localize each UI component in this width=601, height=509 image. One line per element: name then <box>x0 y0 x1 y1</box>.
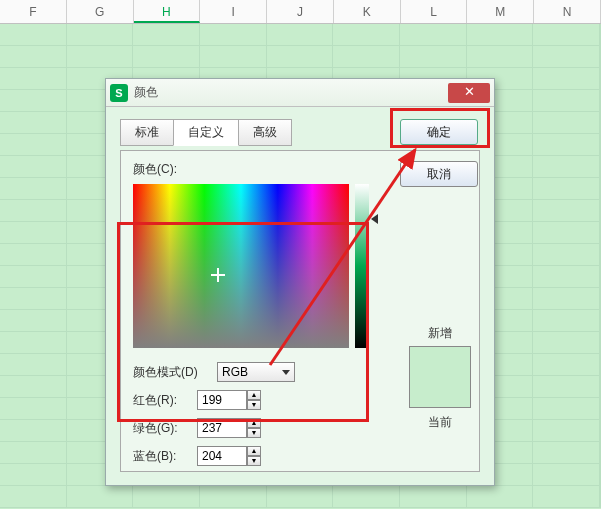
column-header-F[interactable]: F <box>0 0 67 23</box>
cell[interactable] <box>200 486 267 507</box>
tab-custom[interactable]: 自定义 <box>173 119 239 146</box>
cell[interactable] <box>0 442 67 463</box>
cell[interactable] <box>267 46 334 67</box>
cell[interactable] <box>0 288 67 309</box>
cell[interactable] <box>0 266 67 287</box>
cell[interactable] <box>533 398 600 419</box>
cell[interactable] <box>533 134 600 155</box>
red-input[interactable] <box>197 390 247 410</box>
cell[interactable] <box>267 486 334 507</box>
spin-up-icon[interactable]: ▲ <box>247 446 261 456</box>
cell[interactable] <box>400 24 467 45</box>
cell[interactable] <box>333 24 400 45</box>
cell[interactable] <box>533 310 600 331</box>
column-header-J[interactable]: J <box>267 0 334 23</box>
cell[interactable] <box>333 486 400 507</box>
cell[interactable] <box>0 46 67 67</box>
cell[interactable] <box>400 46 467 67</box>
blue-input[interactable] <box>197 446 247 466</box>
cell[interactable] <box>0 156 67 177</box>
cell[interactable] <box>533 46 600 67</box>
cell[interactable] <box>533 354 600 375</box>
picker-crosshair <box>211 268 225 282</box>
cell[interactable] <box>533 24 600 45</box>
cell[interactable] <box>0 376 67 397</box>
cell[interactable] <box>467 46 534 67</box>
cell[interactable] <box>533 222 600 243</box>
cell[interactable] <box>0 90 67 111</box>
cell[interactable] <box>533 156 600 177</box>
column-header-K[interactable]: K <box>334 0 401 23</box>
cell[interactable] <box>133 486 200 507</box>
cell[interactable] <box>67 486 134 507</box>
cell[interactable] <box>533 376 600 397</box>
spin-up-icon[interactable]: ▲ <box>247 418 261 428</box>
cell[interactable] <box>0 310 67 331</box>
red-spinner[interactable]: ▲▼ <box>197 390 261 410</box>
column-header-N[interactable]: N <box>534 0 601 23</box>
cell[interactable] <box>533 266 600 287</box>
cell[interactable] <box>0 134 67 155</box>
cell[interactable] <box>200 46 267 67</box>
green-label: 绿色(G): <box>133 420 191 437</box>
spin-down-icon[interactable]: ▼ <box>247 400 261 410</box>
cell[interactable] <box>533 200 600 221</box>
tab-advanced[interactable]: 高级 <box>238 119 292 146</box>
blue-spinner[interactable]: ▲▼ <box>197 446 261 466</box>
column-header-G[interactable]: G <box>67 0 134 23</box>
cell[interactable] <box>0 464 67 485</box>
cell[interactable] <box>267 24 334 45</box>
mode-select[interactable]: RGB <box>217 362 295 382</box>
cell[interactable] <box>67 24 134 45</box>
cell[interactable] <box>0 486 67 507</box>
cell[interactable] <box>0 178 67 199</box>
cell[interactable] <box>467 24 534 45</box>
cell[interactable] <box>0 200 67 221</box>
cell[interactable] <box>0 420 67 441</box>
luminance-bar[interactable] <box>355 184 369 348</box>
cell[interactable] <box>533 442 600 463</box>
spin-up-icon[interactable]: ▲ <box>247 390 261 400</box>
cell[interactable] <box>200 24 267 45</box>
cell[interactable] <box>533 464 600 485</box>
cell[interactable] <box>533 178 600 199</box>
cell[interactable] <box>533 420 600 441</box>
chevron-down-icon <box>282 370 290 375</box>
cell[interactable] <box>0 398 67 419</box>
close-button[interactable]: ✕ <box>448 83 490 103</box>
cell[interactable] <box>333 46 400 67</box>
cell[interactable] <box>533 68 600 89</box>
luminance-arrow[interactable] <box>371 214 378 224</box>
column-header-I[interactable]: I <box>200 0 267 23</box>
green-input[interactable] <box>197 418 247 438</box>
column-header-L[interactable]: L <box>401 0 468 23</box>
color-gradient-picker[interactable] <box>133 184 349 348</box>
cell[interactable] <box>533 486 600 507</box>
spin-down-icon[interactable]: ▼ <box>247 456 261 466</box>
cell[interactable] <box>0 24 67 45</box>
spin-down-icon[interactable]: ▼ <box>247 428 261 438</box>
cancel-button[interactable]: 取消 <box>400 161 478 187</box>
cell[interactable] <box>0 112 67 133</box>
cell[interactable] <box>400 486 467 507</box>
preview-area: 新增 当前 <box>400 325 480 431</box>
cell[interactable] <box>0 244 67 265</box>
cell[interactable] <box>133 24 200 45</box>
column-header-H[interactable]: H <box>134 0 201 23</box>
cell[interactable] <box>533 244 600 265</box>
cell[interactable] <box>67 46 134 67</box>
cell[interactable] <box>533 332 600 353</box>
cell[interactable] <box>533 288 600 309</box>
tab-standard[interactable]: 标准 <box>120 119 174 146</box>
cell[interactable] <box>533 90 600 111</box>
cell[interactable] <box>0 222 67 243</box>
cell[interactable] <box>467 486 534 507</box>
ok-button[interactable]: 确定 <box>400 119 478 145</box>
cell[interactable] <box>0 68 67 89</box>
cell[interactable] <box>0 332 67 353</box>
cell[interactable] <box>533 112 600 133</box>
column-header-M[interactable]: M <box>467 0 534 23</box>
cell[interactable] <box>0 354 67 375</box>
cell[interactable] <box>133 46 200 67</box>
green-spinner[interactable]: ▲▼ <box>197 418 261 438</box>
